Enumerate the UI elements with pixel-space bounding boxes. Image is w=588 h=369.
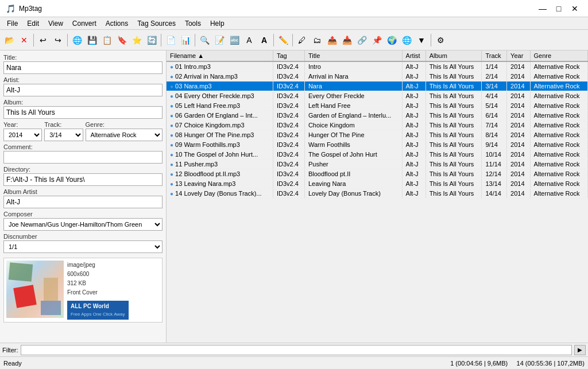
col-title[interactable]: Title: [304, 51, 402, 61]
artist-label: Artist:: [3, 76, 163, 83]
track-select[interactable]: 3/14: [44, 129, 83, 141]
col-year[interactable]: Year: [507, 51, 530, 61]
tb-btn14[interactable]: A: [242, 33, 256, 47]
table-row[interactable]: ● 04 Every Other Freckle.mp3ID3v2.4Every…: [167, 91, 588, 101]
table-row[interactable]: ● 06 Garden Of England – Int...ID3v2.4Ga…: [167, 111, 588, 121]
art-type: image/jpeg: [67, 261, 129, 270]
tb-settings-button[interactable]: ⚙: [434, 33, 447, 47]
tb-btn19[interactable]: 📤: [325, 33, 339, 47]
minimize-button[interactable]: —: [535, 3, 550, 14]
tb-btn5[interactable]: 📋: [100, 33, 114, 47]
tb-btn25[interactable]: ▼: [415, 33, 428, 47]
table-row[interactable]: ● 09 Warm Foothills.mp3ID3v2.4Warm Footh…: [167, 140, 588, 150]
table-row[interactable]: ● 03 Nara.mp3ID3v2.4NaraAlt-JThis Is All…: [167, 81, 588, 91]
tb-btn23[interactable]: 🌍: [385, 33, 399, 47]
tb-btn3[interactable]: 🌐: [70, 33, 84, 47]
menu-view[interactable]: View: [44, 18, 68, 29]
col-filename[interactable]: Filename ▲: [167, 51, 273, 61]
cell-filename: ● 09 Warm Foothills.mp3: [167, 140, 273, 150]
cell-title: Left Hand Free: [304, 101, 402, 111]
row-icon: ●: [170, 191, 173, 197]
table-row[interactable]: ● 08 Hunger Of The Pine.mp3ID3v2.4Hunger…: [167, 130, 588, 140]
genre-select[interactable]: Alternative Rock: [86, 129, 163, 141]
col-track[interactable]: Track: [482, 51, 507, 61]
table-row[interactable]: ● 13 Leaving Nara.mp3ID3v2.4Leaving Nara…: [167, 179, 588, 189]
row-icon: ●: [170, 152, 173, 158]
cell-album: This Is All Yours: [425, 130, 482, 140]
table-row[interactable]: ● 05 Left Hand Free.mp3ID3v2.4Left Hand …: [167, 101, 588, 111]
menu-help[interactable]: Help: [206, 18, 229, 29]
title-input[interactable]: [3, 61, 163, 74]
tb-btn20[interactable]: 📥: [340, 33, 354, 47]
cell-track: 7/14: [482, 121, 507, 130]
col-album[interactable]: Album: [425, 51, 482, 61]
cell-track: 8/14: [482, 130, 507, 140]
tb-btn11[interactable]: 🔍: [198, 33, 211, 47]
tb-btn12[interactable]: 📝: [212, 33, 226, 47]
tb-btn9[interactable]: 📄: [164, 33, 177, 47]
menu-file[interactable]: File: [2, 18, 22, 29]
tb-open-button[interactable]: 📂: [2, 33, 16, 47]
art-size: 312 KB: [67, 279, 129, 288]
cell-year: 2014: [507, 189, 530, 199]
table-row[interactable]: ● 02 Arrival in Nara.mp3ID3v2.4Arrival i…: [167, 72, 588, 81]
directory-field-group: Directory:: [3, 166, 163, 186]
tb-btn17[interactable]: 🖊: [295, 33, 309, 47]
col-genre[interactable]: Genre: [530, 51, 587, 61]
tb-btn10[interactable]: 📊: [179, 33, 192, 47]
tb-btn15[interactable]: A: [257, 33, 271, 47]
artist-input[interactable]: [3, 84, 163, 96]
tracks-table: Filename ▲ Tag Title Artist Album Track …: [167, 51, 588, 199]
discnumber-label: Discnumber: [3, 233, 163, 240]
cell-tag: ID3v2.4: [273, 150, 305, 160]
cell-album: This Is All Yours: [425, 169, 482, 179]
menu-actions[interactable]: Actions: [101, 18, 133, 29]
menu-tools[interactable]: Tools: [180, 18, 206, 29]
cell-filename: ● 12 Bloodflood pt.II.mp3: [167, 169, 273, 179]
tb-btn21[interactable]: 🔗: [355, 33, 369, 47]
album-artist-label: Album Artist: [3, 188, 163, 195]
directory-input[interactable]: [3, 173, 163, 186]
filter-input[interactable]: [21, 345, 572, 355]
tb-btn13[interactable]: 🔤: [227, 33, 241, 47]
album-artist-input[interactable]: [3, 196, 163, 208]
table-row[interactable]: ● 12 Bloodflood pt.II.mp3ID3v2.4Bloodflo…: [167, 169, 588, 179]
table-row[interactable]: ● 11 Pusher.mp3ID3v2.4PusherAlt-JThis Is…: [167, 160, 588, 169]
tb-btn4[interactable]: 💾: [85, 33, 99, 47]
menu-tag-sources[interactable]: Tag Sources: [133, 18, 180, 29]
maximize-button[interactable]: □: [551, 3, 566, 14]
tb-btn7[interactable]: ⭐: [130, 33, 144, 47]
album-label: Album:: [3, 99, 163, 106]
tb-btn16[interactable]: ✏️: [276, 33, 290, 47]
table-row[interactable]: ● 01 Intro.mp3ID3v2.4IntroAlt-JThis Is A…: [167, 61, 588, 72]
file-table[interactable]: Filename ▲ Tag Title Artist Album Track …: [167, 51, 588, 343]
comment-input[interactable]: [3, 151, 163, 164]
table-row[interactable]: ● 10 The Gospel of John Hurt...ID3v2.4Th…: [167, 150, 588, 160]
discnumber-select[interactable]: 1/1: [3, 240, 163, 253]
close-button[interactable]: ✕: [567, 3, 582, 14]
menu-convert[interactable]: Convert: [68, 18, 101, 29]
col-artist[interactable]: Artist: [402, 51, 425, 61]
tb-redo-button[interactable]: ↪: [51, 33, 65, 47]
tb-btn24[interactable]: 🌐: [400, 33, 413, 47]
cell-title: Bloodflood pt.II: [304, 169, 402, 179]
year-select[interactable]: 2014: [3, 129, 42, 141]
filter-button[interactable]: ▶: [574, 345, 586, 355]
col-tag[interactable]: Tag: [273, 51, 305, 61]
tb-btn6[interactable]: 🔖: [115, 33, 129, 47]
comment-field-group: Comment:: [3, 143, 163, 164]
cell-genre: Alternative Rock: [530, 81, 587, 91]
album-input[interactable]: [3, 106, 163, 119]
composer-select[interactable]: Joe Newman/Gus Unger-Hamilton/Thom Green: [3, 218, 163, 231]
cell-genre: Alternative Rock: [530, 189, 587, 199]
tb-btn8[interactable]: 🔄: [145, 33, 158, 47]
tb-delete-button[interactable]: ✕: [17, 33, 31, 47]
tb-btn18[interactable]: 🗂: [310, 33, 324, 47]
table-row[interactable]: ● 14 Lovely Day (Bonus Track)...ID3v2.4L…: [167, 189, 588, 199]
tb-undo-button[interactable]: ↩: [36, 33, 50, 47]
cell-tag: ID3v2.4: [273, 140, 305, 150]
menu-edit[interactable]: Edit: [22, 18, 44, 29]
cell-genre: Alternative Rock: [530, 160, 587, 169]
tb-btn22[interactable]: 📌: [370, 33, 384, 47]
table-row[interactable]: ● 07 Choice Kingdom.mp3ID3v2.4Choice Kin…: [167, 121, 588, 130]
